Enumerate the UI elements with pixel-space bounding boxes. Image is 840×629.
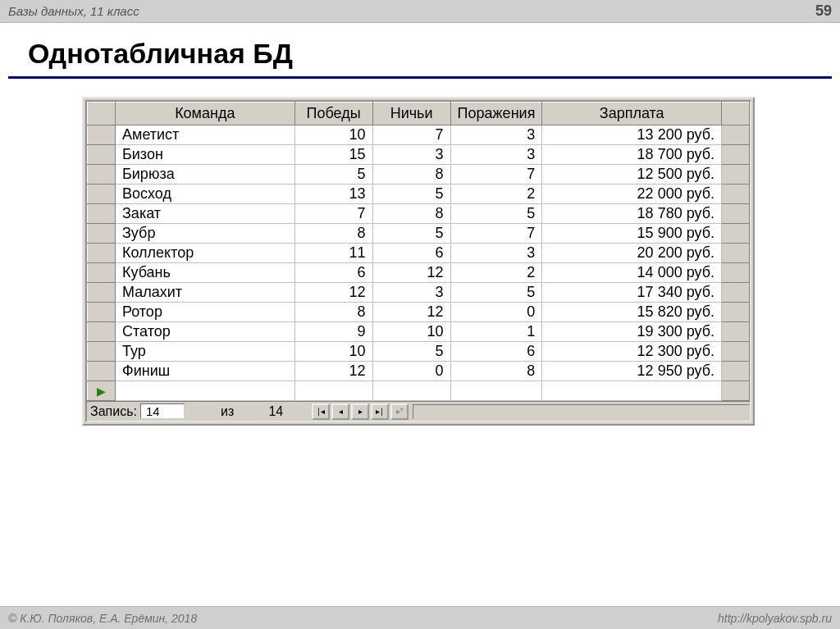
cell-wins[interactable]: 15 xyxy=(294,145,372,165)
cell-losses[interactable]: 0 xyxy=(450,303,542,322)
row-selector[interactable] xyxy=(88,224,116,244)
col-header-draws[interactable]: Ничьи xyxy=(372,103,450,125)
cell-salary[interactable]: 20 200 руб. xyxy=(542,244,722,263)
cell-wins[interactable]: 8 xyxy=(294,303,372,322)
cell-wins[interactable]: 12 xyxy=(294,362,372,381)
cell-losses[interactable]: 1 xyxy=(450,322,542,342)
table-row[interactable]: Бизон153318 700 руб. xyxy=(88,145,750,165)
cell-team[interactable]: Восход xyxy=(116,185,295,204)
cell-wins[interactable] xyxy=(294,381,372,401)
cell-team[interactable]: Закат xyxy=(116,204,295,224)
cell-wins[interactable]: 9 xyxy=(294,322,372,342)
cell-draws[interactable]: 6 xyxy=(372,244,450,263)
cell-salary[interactable] xyxy=(542,381,722,401)
cell-losses[interactable]: 8 xyxy=(450,362,542,381)
row-selector[interactable] xyxy=(88,362,116,381)
row-selector[interactable] xyxy=(88,322,116,342)
row-selector[interactable] xyxy=(88,342,116,362)
cell-team[interactable]: Аметист xyxy=(116,125,295,145)
cell-team[interactable]: Статор xyxy=(116,322,295,342)
table-row[interactable]: Статор910119 300 руб. xyxy=(88,322,750,342)
cell-salary[interactable]: 15 900 руб. xyxy=(542,224,722,244)
table-row[interactable]: Аметист107313 200 руб. xyxy=(88,125,750,145)
table-row[interactable]: Закат78518 780 руб. xyxy=(88,204,750,224)
cell-draws[interactable]: 10 xyxy=(372,322,450,342)
row-selector[interactable] xyxy=(88,303,116,322)
col-header-losses[interactable]: Поражения xyxy=(450,103,542,125)
cell-losses[interactable]: 3 xyxy=(450,145,542,165)
cell-salary[interactable]: 13 200 руб. xyxy=(542,125,722,145)
table-row[interactable]: Малахит123517 340 руб. xyxy=(88,283,750,303)
cell-team[interactable]: Ротор xyxy=(116,303,295,322)
cell-draws[interactable]: 8 xyxy=(372,165,450,185)
table-row[interactable]: Кубань612214 000 руб. xyxy=(88,263,750,283)
cell-salary[interactable]: 12 300 руб. xyxy=(542,342,722,362)
cell-draws[interactable]: 5 xyxy=(372,185,450,204)
table-row[interactable]: Зубр85715 900 руб. xyxy=(88,224,750,244)
row-selector[interactable] xyxy=(88,125,116,145)
recnav-last-button[interactable]: ▸∣ xyxy=(371,403,389,420)
cell-wins[interactable]: 12 xyxy=(294,283,372,303)
cell-salary[interactable]: 12 950 руб. xyxy=(542,362,722,381)
cell-salary[interactable]: 22 000 руб. xyxy=(542,185,722,204)
table-row[interactable]: Восход135222 000 руб. xyxy=(88,185,750,204)
recnav-current[interactable]: 14 xyxy=(140,403,185,419)
cell-salary[interactable]: 18 700 руб. xyxy=(542,145,722,165)
table-row[interactable]: Финиш120812 950 руб. xyxy=(88,362,750,381)
row-selector[interactable] xyxy=(88,204,116,224)
cell-team[interactable]: Бизон xyxy=(116,145,295,165)
row-selector[interactable] xyxy=(88,185,116,204)
cell-draws[interactable]: 12 xyxy=(372,263,450,283)
row-selector[interactable] xyxy=(88,283,116,303)
cell-team[interactable]: Коллектор xyxy=(116,244,295,263)
row-selector[interactable] xyxy=(88,263,116,283)
cell-team[interactable]: Финиш xyxy=(116,362,295,381)
cell-salary[interactable]: 18 780 руб. xyxy=(542,204,722,224)
cell-wins[interactable]: 11 xyxy=(294,244,372,263)
cell-draws[interactable]: 8 xyxy=(372,204,450,224)
table-new-row[interactable]: ▶ xyxy=(88,381,750,401)
cell-salary[interactable]: 12 500 руб. xyxy=(542,165,722,185)
cell-team[interactable]: Зубр xyxy=(116,224,295,244)
cell-wins[interactable]: 10 xyxy=(294,342,372,362)
row-selector[interactable] xyxy=(88,165,116,185)
cell-losses[interactable]: 7 xyxy=(450,224,542,244)
recnav-scroll-track[interactable] xyxy=(413,404,750,419)
col-header-wins[interactable]: Победы xyxy=(294,103,372,125)
cell-losses[interactable] xyxy=(450,381,542,401)
cell-wins[interactable]: 10 xyxy=(294,125,372,145)
cell-salary[interactable]: 17 340 руб. xyxy=(542,283,722,303)
db-table[interactable]: Команда Победы Ничьи Поражения Зарплата … xyxy=(87,102,750,401)
cell-draws[interactable]: 12 xyxy=(372,303,450,322)
recnav-first-button[interactable]: ∣◂ xyxy=(312,403,330,420)
cell-team[interactable]: Тур xyxy=(116,342,295,362)
cell-losses[interactable]: 2 xyxy=(450,263,542,283)
cell-draws[interactable]: 3 xyxy=(372,283,450,303)
cell-salary[interactable]: 14 000 руб. xyxy=(542,263,722,283)
cell-wins[interactable]: 7 xyxy=(294,204,372,224)
cell-team[interactable]: Малахит xyxy=(116,283,295,303)
cell-losses[interactable]: 5 xyxy=(450,283,542,303)
cell-salary[interactable]: 15 820 руб. xyxy=(542,303,722,322)
cell-losses[interactable]: 6 xyxy=(450,342,542,362)
cell-draws[interactable]: 7 xyxy=(372,125,450,145)
cell-team[interactable]: Кубань xyxy=(116,263,295,283)
cell-losses[interactable]: 2 xyxy=(450,185,542,204)
col-header-salary[interactable]: Зарплата xyxy=(542,103,722,125)
cell-wins[interactable]: 8 xyxy=(294,224,372,244)
cell-salary[interactable]: 19 300 руб. xyxy=(542,322,722,342)
cell-draws[interactable]: 0 xyxy=(372,362,450,381)
recnav-next-button[interactable]: ▸ xyxy=(351,403,369,420)
row-selector-header[interactable] xyxy=(88,103,116,125)
recnav-new-button[interactable]: ▸* xyxy=(390,403,409,420)
cell-wins[interactable]: 5 xyxy=(294,165,372,185)
table-row[interactable]: Ротор812015 820 руб. xyxy=(88,303,750,322)
col-header-team[interactable]: Команда xyxy=(116,103,295,125)
cell-team[interactable]: Бирюза xyxy=(116,165,295,185)
cell-draws[interactable] xyxy=(372,381,450,401)
cell-losses[interactable]: 5 xyxy=(450,204,542,224)
cell-draws[interactable]: 3 xyxy=(372,145,450,165)
table-row[interactable]: Тур105612 300 руб. xyxy=(88,342,750,362)
cell-draws[interactable]: 5 xyxy=(372,342,450,362)
cell-losses[interactable]: 3 xyxy=(450,244,542,263)
